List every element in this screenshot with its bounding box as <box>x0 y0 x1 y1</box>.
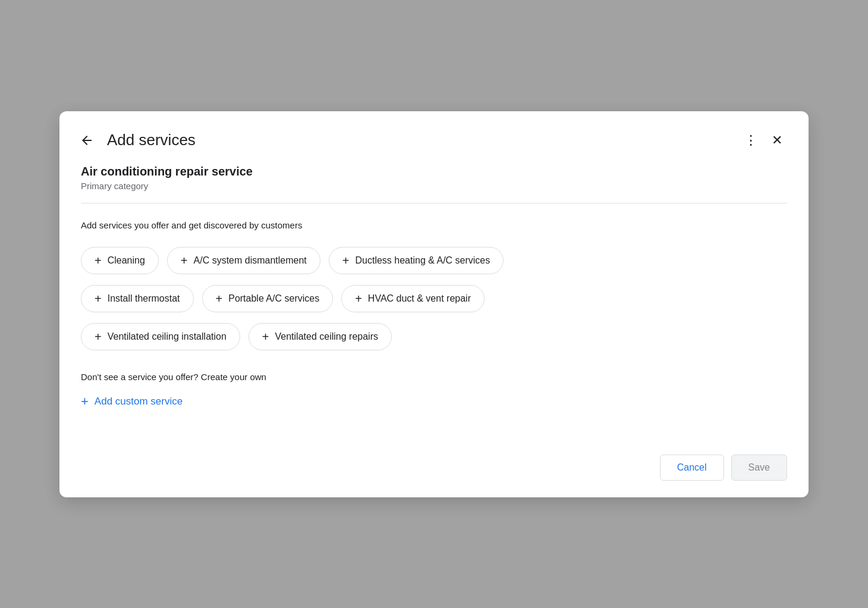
service-chip-portable-ac[interactable]: + Portable A/C services <box>202 285 334 312</box>
service-chip-ventilated-repairs[interactable]: + Ventilated ceiling repairs <box>249 323 392 350</box>
services-row-3: + Ventilated ceiling installation + Vent… <box>81 323 787 350</box>
cancel-button[interactable]: Cancel <box>660 455 724 481</box>
service-label: Install thermostat <box>108 293 180 304</box>
custom-hint: Don't see a service you offer? Create yo… <box>81 372 787 382</box>
service-label: HVAC duct & vent repair <box>368 293 471 304</box>
close-icon: ✕ <box>772 133 782 148</box>
more-icon: ⋮ <box>744 133 757 148</box>
service-chip-cleaning[interactable]: + Cleaning <box>81 247 159 274</box>
services-grid: + Cleaning + A/C system dismantlement + … <box>81 247 787 350</box>
category-label: Primary category <box>81 181 787 191</box>
header-left: Add services <box>76 130 196 151</box>
service-label: Cleaning <box>108 255 145 266</box>
services-description: Add services you offer and get discovere… <box>81 220 787 230</box>
plus-icon: + <box>95 293 102 305</box>
services-row-2: + Install thermostat + Portable A/C serv… <box>81 285 787 312</box>
dialog-footer: Cancel Save <box>59 445 809 497</box>
service-label: Ventilated ceiling installation <box>108 331 227 342</box>
plus-icon: + <box>95 331 102 343</box>
section-divider <box>81 203 787 203</box>
plus-icon: + <box>216 293 223 305</box>
back-arrow-icon <box>80 133 94 148</box>
dialog-title: Add services <box>107 131 196 149</box>
save-button[interactable]: Save <box>731 455 787 481</box>
custom-service-section: Don't see a service you offer? Create yo… <box>81 372 787 412</box>
plus-icon: + <box>181 255 188 267</box>
add-custom-plus-icon: + <box>81 394 89 409</box>
service-label: Ventilated ceiling repairs <box>275 331 378 342</box>
category-section: Air conditioning repair service Primary … <box>81 165 787 191</box>
service-chip-ventilated-install[interactable]: + Ventilated ceiling installation <box>81 323 240 350</box>
dialog-body: Air conditioning repair service Primary … <box>59 165 809 445</box>
category-name: Air conditioning repair service <box>81 165 787 178</box>
service-chip-install-thermostat[interactable]: + Install thermostat <box>81 285 194 312</box>
plus-icon: + <box>95 255 102 267</box>
header-right: ⋮ ✕ <box>740 128 787 153</box>
service-chip-hvac-duct[interactable]: + HVAC duct & vent repair <box>341 285 485 312</box>
more-options-button[interactable]: ⋮ <box>740 128 762 153</box>
plus-icon: + <box>262 331 269 343</box>
service-label: Ductless heating & A/C services <box>356 255 490 266</box>
dialog-header: Add services ⋮ ✕ <box>59 111 809 165</box>
add-custom-label: Add custom service <box>95 396 183 408</box>
services-row-1: + Cleaning + A/C system dismantlement + … <box>81 247 787 274</box>
service-label: Portable A/C services <box>228 293 319 304</box>
service-label: A/C system dismantlement <box>194 255 307 266</box>
add-services-dialog: Add services ⋮ ✕ Air conditioning repair… <box>59 111 809 497</box>
close-button[interactable]: ✕ <box>767 128 787 153</box>
plus-icon: + <box>342 255 350 267</box>
service-chip-ac-dismantlement[interactable]: + A/C system dismantlement <box>167 247 320 274</box>
modal-overlay: Add services ⋮ ✕ Air conditioning repair… <box>0 0 868 608</box>
service-chip-ductless-heating[interactable]: + Ductless heating & A/C services <box>329 247 504 274</box>
add-custom-service-button[interactable]: + Add custom service <box>81 391 183 412</box>
back-button[interactable] <box>76 130 98 151</box>
plus-icon: + <box>355 293 362 305</box>
